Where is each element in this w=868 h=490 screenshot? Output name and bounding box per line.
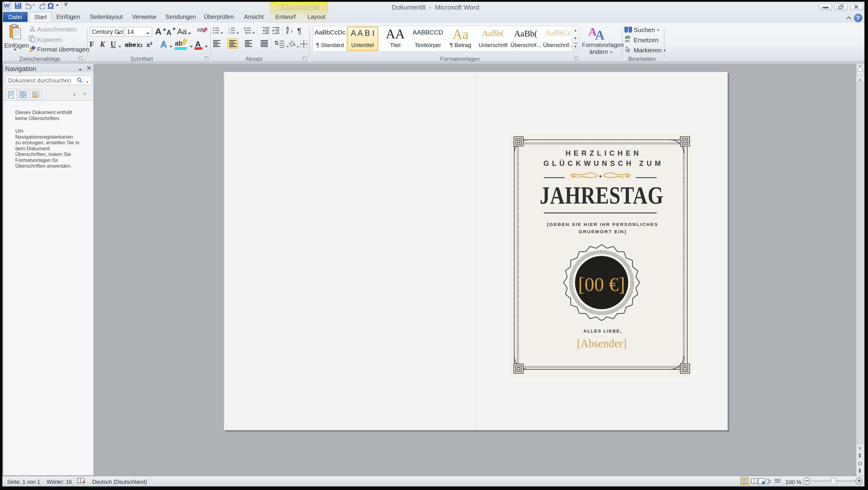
svg-text:3: 3 <box>228 32 230 34</box>
